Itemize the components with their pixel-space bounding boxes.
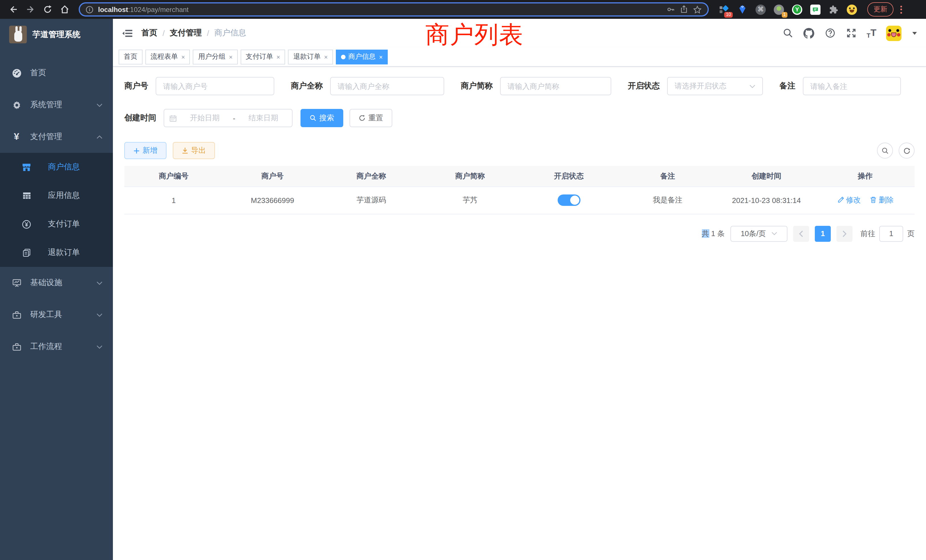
grid-icon [22,191,31,200]
ext-blue-diamond-icon[interactable]: 10 [719,4,729,15]
sidebar-item-infra[interactable]: 基础设施 [0,267,113,299]
app-logo[interactable]: 芋道管理系统 [0,19,113,49]
col-merchant-no: 商户号 [223,166,322,186]
goto-page-input[interactable] [879,226,903,242]
add-button[interactable]: 新增 [124,142,166,159]
avatar-dropdown-icon[interactable] [912,32,917,35]
status-toggle[interactable] [557,194,580,206]
tab-process-form[interactable]: 流程表单× [145,49,190,64]
sidebar-item-label: 退款订单 [48,248,80,258]
merchant-table: 商户编号 商户号 商户全称 商户简称 开启状态 备注 创建时间 操作 1 [124,166,915,214]
col-full-name: 商户全称 [322,166,421,186]
tab-pay-order[interactable]: 支付订单× [241,49,285,64]
remark-label: 备注 [779,81,796,91]
extensions-puzzle-icon[interactable] [829,4,839,15]
cell-status [519,186,618,214]
sidebar-item-dev-tools[interactable]: 研发工具 [0,299,113,331]
chevron-up-icon [96,135,103,139]
site-info-icon[interactable] [86,5,94,14]
plus-icon [133,147,140,154]
edit-pencil-icon [837,197,844,204]
breadcrumb-current: 商户信息 [214,28,246,38]
yen-circle-icon [22,219,31,229]
sidebar-item-merchant-info[interactable]: 商户信息 [0,153,113,182]
date-range-picker[interactable]: 开始日期 - 结束日期 [163,109,292,127]
screen: localhost:1024/pay/merchant 10 ⌘ [0,0,926,560]
active-dot [341,54,345,59]
sidebar-item-label: 支付订单 [48,219,80,229]
sidebar-item-pay-order[interactable]: 支付订单 [0,210,113,238]
font-size-icon[interactable]: TT [867,27,876,39]
browser-menu-icon[interactable] [900,5,902,14]
browser-reload-button[interactable] [40,2,55,17]
shop-icon [22,162,31,172]
password-key-icon[interactable] [667,5,675,14]
close-icon[interactable]: × [379,53,383,60]
breadcrumb: 首页 / 支付管理 / 商户信息 [141,28,246,38]
sidebar-item-system[interactable]: 系统管理 [0,89,113,121]
sidebar-item-home[interactable]: 首页 [0,57,113,89]
ext-chat-icon[interactable] [810,4,820,15]
close-icon[interactable]: × [324,53,328,60]
tab-merchant-info[interactable]: 商户信息× [336,49,388,64]
close-icon[interactable]: × [229,53,233,60]
page-size-select[interactable]: 10条/页 [731,226,787,242]
sidebar-item-refund-order[interactable]: 退款订单 [0,238,113,267]
fullscreen-icon[interactable] [846,27,857,39]
search-icon[interactable] [782,27,794,39]
share-icon[interactable] [680,5,688,14]
bookmark-star-icon[interactable] [693,5,702,14]
search-button[interactable]: 搜索 [301,109,343,127]
browser-home-button[interactable] [57,2,72,17]
monitor-icon [11,278,22,288]
cell-actions: 修改 删除 [816,186,915,214]
sidebar-item-workflow[interactable]: 工作流程 [0,331,113,363]
status-select[interactable]: 请选择开启状态 [667,77,763,95]
full-name-input[interactable] [330,77,444,95]
sidebar-toggle-icon[interactable] [113,19,141,47]
search-icon [310,115,316,121]
delete-button[interactable]: 删除 [870,195,894,205]
sidebar-item-label: 工作流程 [30,342,62,352]
export-button[interactable]: 导出 [173,142,215,159]
browser-back-button[interactable] [6,2,21,17]
chevron-down-icon [772,232,777,236]
tab-user-group[interactable]: 用户分组× [193,49,238,64]
ext-command-icon[interactable]: ⌘ [755,4,766,15]
refresh-table-button[interactable] [899,142,915,159]
help-icon[interactable] [825,27,836,39]
col-short-name: 商户简称 [421,166,520,186]
edit-button[interactable]: 修改 [837,195,861,205]
update-button[interactable]: 更新 [867,2,894,17]
col-create-time: 创建时间 [717,166,816,186]
ext-badge: 1 [781,12,787,17]
browser-forward-button[interactable] [23,2,38,17]
chevron-down-icon [749,84,755,88]
full-name-label: 商户全称 [291,81,323,91]
ext-recorder-icon[interactable]: 1 [774,4,784,15]
short-name-input[interactable] [500,77,611,95]
breadcrumb-pay[interactable]: 支付管理 [170,28,202,38]
reset-button[interactable]: 重置 [350,109,392,127]
ext-y-icon[interactable]: Y [792,4,802,15]
ext-gem-icon[interactable] [737,4,747,15]
profile-avatar[interactable] [847,4,857,15]
close-icon[interactable]: × [277,53,280,60]
url-bar[interactable]: localhost:1024/pay/merchant [79,2,709,17]
breadcrumb-home[interactable]: 首页 [141,28,157,38]
remark-input[interactable] [803,77,901,95]
prev-page-button[interactable] [793,226,809,242]
tab-refund-order[interactable]: 退款订单× [288,49,333,64]
github-icon[interactable] [803,27,815,39]
user-avatar[interactable] [886,26,902,41]
cell-merchant-id: 1 [124,186,223,214]
close-icon[interactable]: × [181,53,185,60]
page-number[interactable]: 1 [815,226,831,242]
toggle-search-button[interactable] [877,142,893,159]
sidebar-item-pay[interactable]: ¥ 支付管理 [0,121,113,153]
next-page-button[interactable] [837,226,852,242]
tab-home[interactable]: 首页 [119,49,142,64]
cell-full-name: 芋道源码 [322,186,421,214]
sidebar-item-app-info[interactable]: 应用信息 [0,182,113,210]
merchant-no-input[interactable] [156,77,274,95]
